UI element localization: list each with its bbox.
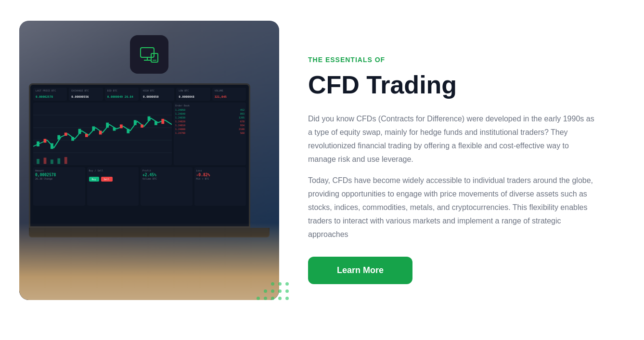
description-paragraph-2: Today, CFDs have become widely accessibl… [308,174,597,241]
description-paragraph-1: Did you know CFDs (Contracts for Differe… [308,112,597,166]
dots-decoration [257,282,289,300]
svg-rect-17 [92,126,95,131]
svg-rect-12 [57,135,60,140]
section-title: CFD Trading [308,71,597,99]
svg-rect-15 [78,129,81,134]
svg-rect-22 [127,129,129,133]
svg-rect-11 [51,144,53,149]
svg-rect-30 [51,159,53,164]
svg-rect-0 [141,48,154,57]
main-container: LAST PRICE BTC 0.00002578 EXCHANGE BTC 0… [0,1,644,339]
svg-rect-29 [44,157,47,164]
svg-rect-13 [64,132,67,136]
svg-rect-23 [134,120,137,125]
trading-platform-icon [140,45,159,64]
left-section: LAST PRICE BTC 0.00002578 EXCHANGE BTC 0… [19,21,279,319]
svg-rect-14 [71,137,74,141]
svg-rect-26 [155,121,157,125]
svg-rect-18 [99,131,102,135]
svg-rect-19 [106,123,109,128]
svg-rect-28 [37,159,39,164]
svg-rect-25 [148,117,151,121]
svg-rect-21 [120,125,123,129]
svg-rect-20 [113,128,116,131]
svg-rect-9 [37,142,39,146]
icon-box [130,35,168,74]
section-subtitle: THE ESSENTIALS OF [308,56,597,64]
svg-rect-31 [57,158,60,164]
svg-rect-10 [44,139,47,143]
svg-rect-24 [141,125,143,128]
learn-more-button[interactable]: Learn More [308,257,412,284]
right-section: THE ESSENTIALS OF CFD Trading Did you kn… [308,56,597,284]
svg-rect-16 [85,134,88,137]
svg-rect-27 [161,119,164,124]
svg-rect-32 [64,157,67,164]
